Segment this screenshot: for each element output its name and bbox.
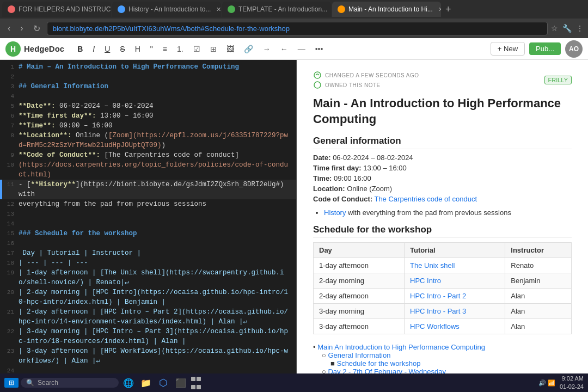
tab-main[interactable]: Main - An Introduction to Hi... ✕: [332, 2, 441, 17]
taskbar-search[interactable]: 🔍 Search: [21, 378, 119, 388]
line-content: [19, 366, 296, 373]
cell-day: 2-day afternoon: [314, 289, 405, 304]
line-content: # Main – An Introduction to High Perform…: [19, 62, 296, 72]
editor-line: 16: [0, 238, 296, 248]
time-first-label: Time first day:: [313, 164, 362, 172]
line-number: 10: [2, 160, 19, 180]
toc-link-schedule[interactable]: Schedule for the workshop: [336, 359, 420, 367]
indent-button[interactable]: →: [260, 43, 274, 55]
tab-close-main[interactable]: ✕: [438, 6, 441, 13]
line-number: 9: [2, 150, 19, 160]
editor-content[interactable]: 1 # Main – An Introduction to High Perfo…: [0, 60, 296, 373]
taskbar-icon-files[interactable]: 📁: [138, 375, 154, 390]
tutorial-link[interactable]: HPC Intro - Part 2: [410, 292, 466, 300]
svg-point-1: [314, 82, 321, 88]
bold-button[interactable]: B: [74, 43, 86, 55]
line-content: | 1-day afternoon | [The Unix shell](htt…: [19, 268, 296, 287]
editor-pane[interactable]: 1 # Main – An Introduction to High Perfo…: [0, 60, 297, 373]
tab-helpers[interactable]: FOR HELPERS AND INSTRUCT... ✕: [2, 2, 111, 17]
editor-line: 3 ## General Information: [0, 82, 296, 91]
line-number: 6: [2, 111, 19, 121]
underline-button[interactable]: U: [101, 43, 113, 55]
taskbar-icon-chrome[interactable]: 🌐: [121, 375, 136, 390]
start-button[interactable]: ⊞: [4, 378, 19, 388]
toc-item: ○ Day 2 - 7th Of February - Wednesday: [322, 367, 572, 373]
checkbox-button[interactable]: ☑: [190, 43, 204, 55]
taskbar-right: 🔊 📶 9:02 AM 01-02-24: [538, 375, 584, 391]
taskbar-icon-apps[interactable]: [191, 375, 201, 390]
line-content: | 2-day morning | [HPC Intro](https://oc…: [19, 287, 296, 307]
cell-day: 3-day afternoon: [314, 319, 405, 334]
ordered-list-button[interactable]: 1.: [174, 43, 187, 55]
address-bar[interactable]: [47, 22, 548, 35]
hr-button[interactable]: —: [295, 43, 309, 55]
info-grid: Date: 06-02-2024 – 08-02-2024 Time first…: [313, 154, 572, 203]
toc-link-day2[interactable]: Day 2 - 7th Of February - Wednesday: [328, 367, 446, 373]
line-number: 12: [2, 199, 19, 209]
editor-line: 2: [0, 72, 296, 82]
quote-button[interactable]: ": [147, 43, 156, 55]
taskbar-icon-vscode[interactable]: ⬡: [156, 375, 171, 390]
tab-template[interactable]: TEMPLATE - An Introduction... ✕: [222, 2, 331, 17]
cell-instructor: Alan: [505, 289, 572, 304]
toc-link-main[interactable]: Main An Introduction to High Performance…: [317, 343, 485, 351]
reload-button[interactable]: ↻: [30, 22, 44, 35]
link-button[interactable]: 🔗: [241, 43, 256, 55]
line-number: 11: [2, 180, 19, 199]
editor-line: 13: [0, 209, 296, 219]
h-button[interactable]: H: [132, 43, 144, 55]
history-link[interactable]: History: [324, 209, 346, 217]
table-row: 1-day afternoon The Unix shell Renato: [314, 258, 572, 273]
app-toolbar: H HedgeDoc B I U S H " ≡ 1. ☑ ⊞ 🖼 🔗 → ← …: [0, 38, 588, 60]
tutorial-link[interactable]: The Unix shell: [410, 261, 455, 270]
table-button[interactable]: ⊞: [207, 43, 220, 55]
more-button[interactable]: •••: [312, 43, 327, 55]
bookmark-icon[interactable]: ☆: [551, 24, 558, 33]
line-content: **Time first day**: 13:00 – 16:00: [19, 111, 296, 121]
conduct-link[interactable]: The Carpentries code of conduct: [374, 195, 477, 203]
tab-close-history[interactable]: ✕: [216, 6, 221, 13]
tutorial-link[interactable]: HPC Intro: [410, 277, 441, 285]
line-content: [19, 219, 296, 229]
toc-item: ■ Schedule for the workshop: [330, 359, 572, 367]
forward-button[interactable]: ›: [17, 22, 26, 34]
editor-line: 20 | 2-day morning | [HPC Intro](https:/…: [0, 287, 296, 307]
editor-line: 23 | 3-day afternoon | [HPC Workflows](h…: [0, 346, 296, 366]
line-number: 16: [2, 238, 19, 248]
browser-tab-bar: FOR HELPERS AND INSTRUCT... ✕ History - …: [0, 0, 588, 19]
schedule-table: Day Tutorial Instructor 1-day afternoon …: [313, 242, 572, 334]
back-button[interactable]: ‹: [4, 22, 14, 34]
tutorial-link[interactable]: HPC Intro - Part 3: [410, 307, 466, 315]
avatar[interactable]: AO: [565, 40, 583, 58]
outdent-button[interactable]: ←: [277, 43, 291, 55]
system-tray: 🔊 📶: [538, 379, 555, 387]
extension-icon[interactable]: 🔧: [562, 24, 572, 33]
cell-instructor: Alan: [505, 319, 572, 334]
strikethrough-button[interactable]: S: [117, 43, 128, 55]
italic-button[interactable]: I: [89, 43, 98, 55]
location-label: Location:: [313, 185, 345, 193]
info-row-date: Date: 06-02-2024 – 08-02-2024: [313, 154, 572, 162]
table-row: 2-day afternoon HPC Intro - Part 2 Alan: [314, 289, 572, 304]
tab-history[interactable]: History - An Introduction to... ✕: [112, 2, 221, 17]
toc-link-general[interactable]: General Information: [328, 351, 390, 359]
line-content: | --- | --- | ---: [19, 258, 296, 268]
search-placeholder: Search: [38, 379, 58, 387]
menu-icon[interactable]: ⋮: [576, 24, 584, 33]
sync-icon: [313, 71, 322, 79]
line-number: 7: [2, 121, 19, 131]
cell-instructor: Benjamin: [505, 273, 572, 289]
list-button[interactable]: ≡: [160, 43, 170, 55]
tab-label-helpers: FOR HELPERS AND INSTRUCT...: [19, 5, 111, 13]
editor-line: 18 | --- | --- | ---: [0, 258, 296, 268]
publish-button[interactable]: Pub...: [529, 42, 561, 55]
taskbar-icon-terminal[interactable]: ⬛: [173, 375, 188, 390]
line-content: (https://docs.carpentries.org/topic_fold…: [19, 160, 296, 180]
tutorial-link[interactable]: HPC Workflows: [410, 322, 460, 330]
preview-general-heading: General information: [313, 136, 572, 149]
image-button[interactable]: 🖼: [223, 43, 237, 55]
new-tab-button[interactable]: +: [442, 4, 455, 15]
new-note-button[interactable]: + New: [491, 42, 525, 56]
toc-item: • Main An Introduction to High Performan…: [313, 343, 572, 351]
history-text: with everything from the pad from previo…: [348, 209, 511, 217]
